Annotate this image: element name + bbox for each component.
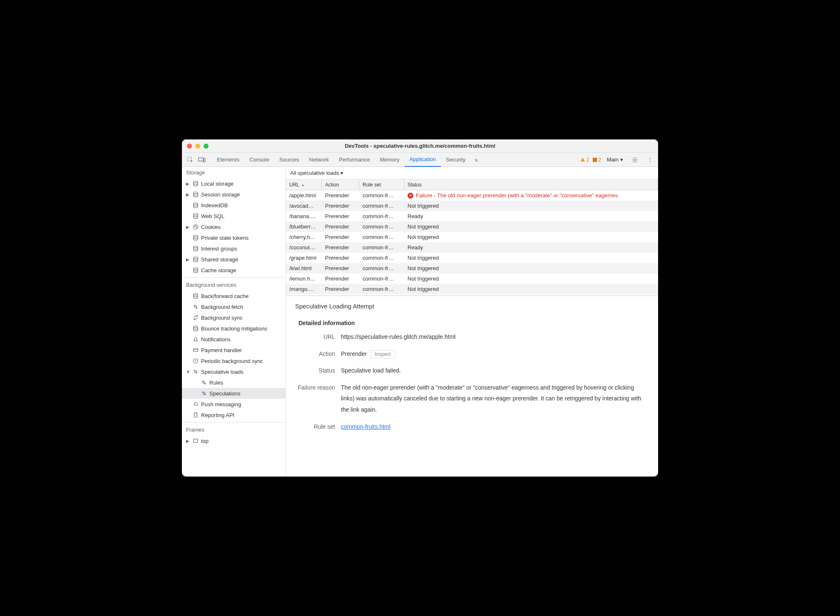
sidebar-item-cache-storage[interactable]: Cache storage — [182, 265, 286, 276]
content: All speculative loads ▾ URL▲ Action Rule… — [286, 167, 658, 477]
cell-action: Prerender — [322, 190, 359, 201]
close-icon[interactable] — [187, 144, 192, 149]
svg-point-13 — [194, 235, 198, 237]
tab-performance[interactable]: Performance — [334, 153, 375, 167]
col-url[interactable]: URL▲ — [286, 179, 322, 190]
inspect-button[interactable]: Inspect — [370, 350, 395, 358]
sidebar-item-label: Speculations — [209, 390, 240, 397]
table-row[interactable]: /banana.…Prerendercommon-fr…Ready — [286, 211, 658, 221]
sidebar-item-speculations[interactable]: Speculations — [182, 388, 286, 399]
tab-network[interactable]: Network — [304, 153, 334, 167]
device-toolbar-icon[interactable] — [196, 154, 208, 166]
detail-url: https://speculative-rules.glitch.me/appl… — [341, 331, 649, 343]
svg-point-5 — [194, 181, 198, 183]
sidebar-item-label: Speculative loads — [201, 369, 244, 375]
col-action[interactable]: Action — [322, 179, 359, 190]
label-action: Action — [295, 348, 341, 360]
settings-icon[interactable] — [629, 154, 641, 166]
table-row[interactable]: /mango.…Prerendercommon-fr…Not triggered — [286, 284, 658, 294]
col-ruleset[interactable]: Rule set — [359, 179, 404, 190]
table-row[interactable]: /cherry.h…Prerendercommon-fr…Not trigger… — [286, 232, 658, 242]
cell-ruleset: common-fr… — [359, 253, 404, 263]
table-row[interactable]: /avocad…Prerendercommon-fr…Not triggered — [286, 201, 658, 211]
updown-icon — [192, 369, 199, 375]
sidebar-item-back-forward-cache[interactable]: Back/forward cache — [182, 291, 286, 301]
sidebar-item-bounce-tracking-mitigations[interactable]: Bounce tracking mitigations — [182, 323, 286, 334]
svg-point-10 — [194, 226, 195, 226]
sidebar-item-top[interactable]: ▶top — [182, 435, 286, 446]
sidebar-item-shared-storage[interactable]: ▶Shared storage — [182, 254, 286, 265]
cell-status: Ready — [404, 242, 658, 253]
sidebar-item-interest-groups[interactable]: Interest groups — [182, 243, 286, 254]
table-row[interactable]: /blueberr…Prerendercommon-fr…Not trigger… — [286, 221, 658, 232]
filter-dropdown[interactable]: All speculative loads ▾ — [290, 170, 343, 176]
sidebar-item-private-state-tokens[interactable]: Private state tokens — [182, 232, 286, 243]
tab-application[interactable]: Application — [405, 153, 441, 167]
tab-memory[interactable]: Memory — [375, 153, 405, 167]
cell-status: Not triggered — [404, 201, 658, 211]
table-body: /apple.htmlPrerendercommon-fr…✕Failure -… — [286, 190, 658, 296]
more-menu-icon[interactable]: ⋮ — [644, 154, 656, 166]
minimize-icon[interactable] — [195, 144, 200, 149]
col-status[interactable]: Status — [404, 179, 658, 190]
svg-point-9 — [194, 225, 198, 229]
more-tabs-icon[interactable]: » — [470, 154, 482, 166]
sidebar-item-push-messaging[interactable]: Push messaging — [182, 399, 286, 410]
cell-ruleset: common-fr… — [359, 201, 404, 211]
tab-console[interactable]: Console — [244, 153, 274, 167]
sidebar-item-local-storage[interactable]: ▶Local storage — [182, 178, 286, 189]
sidebar-item-reporting-api[interactable]: Reporting API — [182, 410, 286, 420]
issues-badge[interactable]: 2 — [592, 157, 601, 163]
table-row[interactable]: /lemon.h…Prerendercommon-fr…Not triggere… — [286, 273, 658, 284]
db-icon — [192, 293, 199, 299]
cookie-icon — [192, 224, 199, 230]
sidebar-item-label: Rules — [209, 380, 223, 386]
table-row[interactable]: /coconut…Prerendercommon-fr…Ready — [286, 242, 658, 253]
db-icon — [192, 181, 199, 186]
speculation-table: URL▲ Action Rule set Status /apple.htmlP… — [286, 179, 658, 296]
sidebar-item-periodic-background-sync[interactable]: Periodic background sync — [182, 355, 286, 366]
sidebar-item-label: Periodic background sync — [201, 358, 263, 364]
arrow-right-icon: ▶ — [186, 439, 190, 443]
sidebar-item-label: Payment handler — [201, 347, 242, 353]
zoom-icon[interactable] — [204, 144, 209, 149]
sidebar-item-speculative-loads[interactable]: ▼Speculative loads — [182, 366, 286, 377]
sidebar-item-session-storage[interactable]: ▶Session storage — [182, 189, 286, 200]
sidebar-item-label: Background fetch — [201, 304, 243, 310]
table-row[interactable]: /apple.htmlPrerendercommon-fr…✕Failure -… — [286, 190, 658, 201]
section-frames: Frames — [182, 424, 286, 435]
tab-elements[interactable]: Elements — [212, 153, 244, 167]
sidebar-item-web-sql[interactable]: Web SQL — [182, 211, 286, 221]
updown-icon — [200, 390, 208, 396]
sidebar-item-label: Background sync — [201, 315, 243, 321]
db-icon — [192, 325, 199, 331]
inspect-element-icon[interactable] — [184, 154, 196, 166]
target-selector[interactable]: Main▾ — [604, 155, 626, 164]
sidebar-item-background-sync[interactable]: Background sync — [182, 312, 286, 323]
bell-icon — [192, 336, 199, 342]
sidebar-item-notifications[interactable]: Notifications — [182, 334, 286, 345]
detail-ruleset-link[interactable]: common-fruits.html — [341, 423, 390, 430]
tab-security[interactable]: Security — [441, 153, 470, 167]
doc-icon — [192, 412, 199, 418]
cell-url: /mango.… — [286, 284, 322, 294]
tab-sources[interactable]: Sources — [274, 153, 304, 167]
sidebar-item-indexeddb[interactable]: IndexedDB — [182, 200, 286, 211]
svg-point-11 — [196, 226, 196, 226]
sidebar-item-background-fetch[interactable]: Background fetch — [182, 301, 286, 312]
cell-ruleset: common-fr… — [359, 232, 404, 242]
cell-ruleset: common-fr… — [359, 221, 404, 232]
sidebar-item-payment-handler[interactable]: Payment handler — [182, 345, 286, 355]
sidebar-item-label: Back/forward cache — [201, 293, 249, 299]
sidebar-item-cookies[interactable]: ▶Cookies — [182, 221, 286, 232]
table-row[interactable]: /grape.htmlPrerendercommon-fr…Not trigge… — [286, 253, 658, 263]
db-icon — [192, 213, 199, 219]
sidebar-item-rules[interactable]: Rules — [182, 377, 286, 388]
cell-ruleset: common-fr… — [359, 273, 404, 284]
svg-rect-2 — [204, 159, 205, 162]
cell-ruleset: common-fr… — [359, 190, 404, 201]
table-row[interactable]: /kiwi.htmlPrerendercommon-fr…Not trigger… — [286, 263, 658, 273]
titlebar: DevTools - speculative-rules.glitch.me/c… — [182, 139, 658, 153]
cell-status: Not triggered — [404, 263, 658, 273]
warning-badge[interactable]: 2 — [580, 157, 589, 163]
